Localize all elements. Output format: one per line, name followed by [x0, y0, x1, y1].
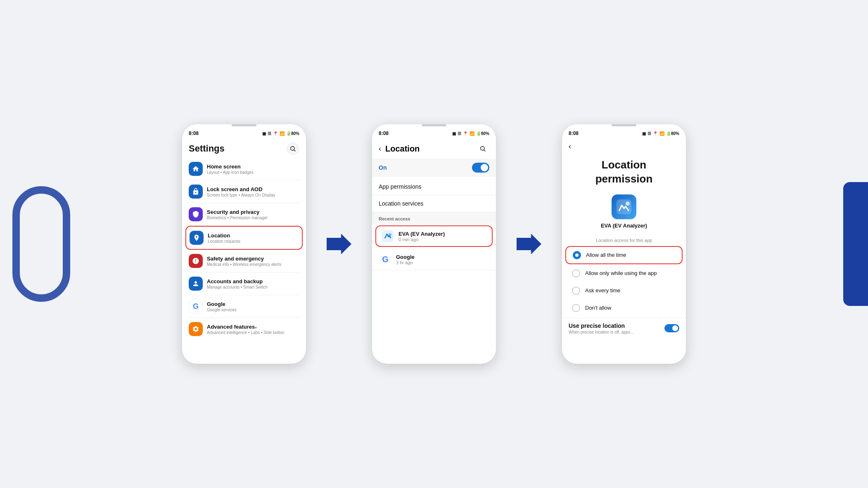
- home-screen-subtitle: Layout • App icon badges: [207, 170, 299, 175]
- toggle-label: On: [379, 164, 387, 171]
- decoration-right: [843, 182, 868, 306]
- arrow-2: [517, 234, 541, 254]
- svg-point-9: [626, 201, 630, 206]
- dont-allow-radio: [572, 304, 580, 312]
- precise-location-subtitle: When precise location is off, apps...: [569, 330, 634, 334]
- advanced-icon: [189, 322, 203, 336]
- location-access-label: Location access for this app: [562, 233, 686, 245]
- allow-all-time-radio: [573, 251, 581, 259]
- lock-screen-subtitle: Screen lock type • Always On Display: [207, 193, 299, 197]
- lock-screen-title: Lock screen and AOD: [207, 186, 299, 192]
- google-app-item[interactable]: G Google 3 hr ago: [372, 249, 496, 270]
- status-icons-3: ▣ ☰ 📍 📶 🔋80%: [642, 131, 679, 136]
- location-title: Location: [208, 232, 299, 239]
- precise-location-title: Use precise location: [569, 322, 634, 329]
- phone-location: 8:08 ▣ ☰ 📍 📶 🔋80% ‹ Location On: [372, 124, 496, 364]
- safety-subtitle: Medical info • Wireless emergency alerts: [207, 262, 299, 267]
- phone-permission: 8:08 ▣ ☰ 📍 📶 🔋80% ‹ Location permission: [562, 124, 686, 364]
- eva-name: EVA (EV Analyzer): [398, 231, 445, 237]
- settings-item-accounts[interactable]: Accounts and backup Manage accounts • Sm…: [185, 272, 303, 295]
- location-header: ‹ Location: [372, 138, 496, 159]
- notch-2: [372, 124, 496, 126]
- allow-while-using-radio: [572, 269, 580, 277]
- app-permissions-item[interactable]: App permissions: [372, 178, 496, 195]
- settings-header: Settings: [182, 138, 306, 158]
- ask-every-time-option[interactable]: Ask every time: [565, 282, 683, 299]
- location-search-button[interactable]: [476, 142, 489, 155]
- permission-app-name: EVA (EV Analyzer): [601, 223, 647, 229]
- location-screen-title: Location: [385, 144, 476, 154]
- safety-icon: [189, 254, 203, 268]
- precise-location-toggle[interactable]: [664, 324, 679, 332]
- svg-marker-7: [517, 234, 541, 254]
- security-subtitle: Biometrics • Permission manager: [207, 216, 299, 220]
- svg-rect-8: [617, 199, 631, 214]
- location-subtitle: Location requests: [208, 239, 299, 244]
- precise-location-section: Use precise location When precise locati…: [562, 318, 686, 339]
- location-toggle[interactable]: [472, 163, 489, 173]
- svg-line-1: [294, 150, 295, 151]
- location-icon: [190, 231, 204, 245]
- eva-icon: [381, 230, 394, 243]
- dont-allow-option[interactable]: Don't allow: [565, 300, 683, 316]
- arrow-1: [327, 234, 351, 254]
- eva-app-item[interactable]: EVA (EV Analyzer) 0 min ago: [375, 225, 493, 247]
- google-title: Google: [207, 301, 299, 307]
- settings-item-home-screen[interactable]: Home screen Layout • App icon badges: [185, 158, 303, 180]
- location-services-item[interactable]: Location services: [372, 195, 496, 212]
- permission-header: ‹: [562, 138, 686, 154]
- permission-title: Location permission: [562, 154, 686, 186]
- security-title: Security and privacy: [207, 209, 299, 215]
- status-time-2: 8:08: [379, 130, 389, 136]
- allow-all-time-label: Allow all the time: [586, 252, 626, 258]
- google-icon: G: [189, 299, 203, 313]
- settings-item-safety[interactable]: Safety and emergency Medical info • Wire…: [185, 250, 303, 272]
- settings-title: Settings: [189, 143, 225, 154]
- back-button-2[interactable]: ‹: [379, 145, 381, 153]
- back-button-3[interactable]: ‹: [569, 142, 571, 151]
- status-bar-1: 8:08 ▣ ☰ 📍 📶 🔋80%: [182, 127, 306, 138]
- accounts-subtitle: Manage accounts • Smart Switch: [207, 285, 299, 289]
- accounts-icon: [189, 277, 203, 291]
- settings-item-google[interactable]: G Google Google services: [185, 295, 303, 318]
- permission-app-icon: [612, 194, 636, 219]
- settings-search-button[interactable]: [286, 142, 299, 155]
- allow-while-using-label: Allow only while using the app: [585, 270, 657, 276]
- status-time-3: 8:08: [569, 130, 579, 136]
- phone-settings: 8:08 ▣ ☰ 📍 📶 🔋80% Settings: [182, 124, 306, 364]
- allow-while-using-option[interactable]: Allow only while using the app: [565, 265, 683, 282]
- allow-all-time-option[interactable]: Allow all the time: [565, 246, 683, 264]
- permission-app-section: EVA (EV Analyzer): [562, 186, 686, 233]
- dont-allow-label: Don't allow: [585, 305, 611, 311]
- notch-1: [182, 124, 306, 126]
- accounts-title: Accounts and backup: [207, 278, 299, 284]
- ask-every-time-label: Ask every time: [585, 287, 620, 294]
- google-app-name: Google: [396, 254, 415, 260]
- settings-item-advanced[interactable]: Advanced features● Advanced intelligence…: [185, 318, 303, 340]
- settings-item-location[interactable]: Location Location requests: [185, 226, 303, 250]
- advanced-subtitle: Advanced intelligence • Labs • Side butt…: [207, 330, 299, 335]
- google-subtitle: Google services: [207, 308, 299, 312]
- security-icon: [189, 207, 203, 221]
- decoration-left: [12, 186, 70, 302]
- settings-item-lock-screen[interactable]: Lock screen and AOD Screen lock type • A…: [185, 180, 303, 203]
- main-container: 8:08 ▣ ☰ 📍 📶 🔋80% Settings: [182, 124, 686, 364]
- notch-3: [562, 124, 686, 126]
- google-app-time: 3 hr ago: [396, 260, 415, 265]
- advanced-title: Advanced features●: [207, 324, 299, 330]
- safety-title: Safety and emergency: [207, 256, 299, 262]
- status-bar-2: 8:08 ▣ ☰ 📍 📶 🔋80%: [372, 127, 496, 138]
- settings-item-security[interactable]: Security and privacy Biometrics • Permis…: [185, 203, 303, 226]
- settings-list: Home screen Layout • App icon badges Loc…: [182, 158, 306, 340]
- home-screen-title: Home screen: [207, 163, 299, 170]
- status-icons-1: ▣ ☰ 📍 📶 🔋80%: [262, 131, 299, 136]
- status-time-1: 8:08: [189, 130, 199, 136]
- recent-access-label: Recent access: [372, 212, 496, 224]
- status-icons-2: ▣ ☰ 📍 📶 🔋80%: [452, 131, 489, 136]
- google-app-icon: G: [379, 253, 392, 266]
- svg-marker-2: [327, 234, 351, 254]
- home-screen-icon: [189, 162, 203, 176]
- status-bar-3: 8:08 ▣ ☰ 📍 📶 🔋80%: [562, 127, 686, 138]
- ask-every-time-radio: [572, 287, 580, 295]
- location-toggle-row: On: [372, 159, 496, 177]
